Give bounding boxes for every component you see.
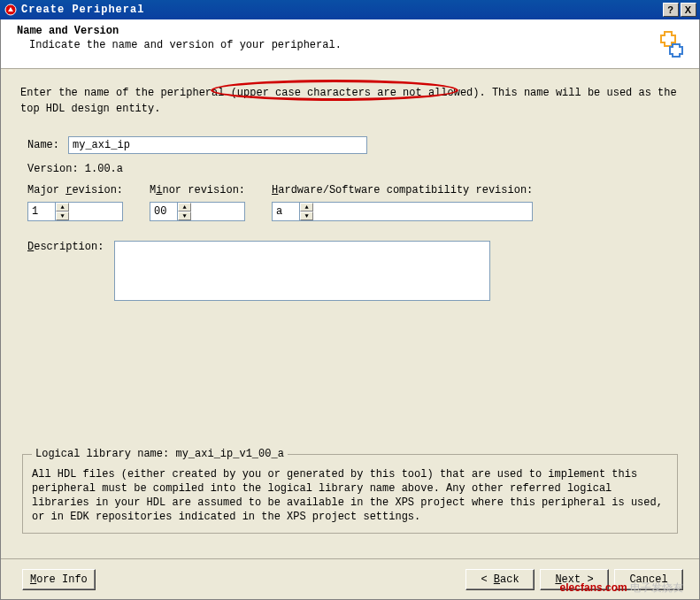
- minor-revision-spinner[interactable]: ▲ ▼: [150, 202, 245, 221]
- more-info-button[interactable]: More Info: [22, 569, 96, 590]
- help-button[interactable]: ?: [663, 3, 679, 17]
- hwsw-revision-input[interactable]: [273, 203, 299, 220]
- logical-library-legend: Logical library name: my_axi_ip_v1_00_a: [32, 448, 288, 460]
- hwsw-down-icon[interactable]: ▼: [300, 212, 313, 220]
- window-title: Create Peripheral: [21, 4, 144, 16]
- major-revision-spinner[interactable]: ▲ ▼: [27, 202, 123, 221]
- next-button[interactable]: Next >: [540, 569, 609, 590]
- hwsw-up-icon[interactable]: ▲: [300, 203, 313, 212]
- major-revision-input[interactable]: [28, 203, 55, 220]
- instruction-text: Enter the name of the peripheral (upper …: [20, 85, 680, 117]
- name-label: Name:: [27, 139, 59, 151]
- logical-library-group: Logical library name: my_axi_ip_v1_00_a …: [22, 448, 678, 534]
- major-revision-label: Major revision:: [27, 184, 123, 196]
- instruction-pre: Enter the name of the peripheral: [20, 87, 231, 99]
- content-area: Enter the name of the peripheral (upper …: [1, 69, 699, 301]
- legend-name: my_axi_ip_v1_00_a: [175, 448, 283, 460]
- version-label: Version: 1.00.a: [27, 163, 123, 175]
- wizard-icon: [651, 27, 687, 62]
- page-subtitle: Indicate the name and version of your pe…: [29, 39, 685, 51]
- name-input[interactable]: [68, 136, 367, 154]
- close-button[interactable]: X: [681, 3, 696, 17]
- page-title: Name and Version: [17, 25, 685, 37]
- instruction-highlight: (upper case characters are not allowed).: [231, 87, 486, 99]
- titlebar: Create Peripheral ? X: [0, 0, 700, 19]
- description-label: Description:: [27, 241, 104, 253]
- wizard-header: Name and Version Indicate the name and v…: [1, 19, 699, 69]
- major-up-icon[interactable]: ▲: [56, 203, 69, 212]
- minor-revision-input[interactable]: [150, 203, 177, 220]
- hwsw-revision-spinner[interactable]: ▲ ▼: [272, 202, 533, 221]
- back-button[interactable]: < Back: [465, 569, 535, 590]
- legend-prefix: Logical library name:: [35, 448, 175, 460]
- hwsw-revision-label: Hardware/Software compatibility revision…: [272, 184, 533, 196]
- major-down-icon[interactable]: ▼: [56, 212, 69, 220]
- minor-up-icon[interactable]: ▲: [178, 203, 191, 212]
- app-icon: [4, 3, 18, 17]
- button-bar: More Info < Back Next > Cancel: [1, 558, 699, 599]
- cancel-button[interactable]: Cancel: [614, 569, 683, 590]
- logical-library-text: All HDL files (either created by you or …: [32, 467, 668, 524]
- minor-down-icon[interactable]: ▼: [178, 212, 191, 220]
- wizard-body: Name and Version Indicate the name and v…: [0, 19, 700, 600]
- minor-revision-label: Minor revision:: [150, 184, 245, 196]
- description-input[interactable]: [114, 241, 490, 301]
